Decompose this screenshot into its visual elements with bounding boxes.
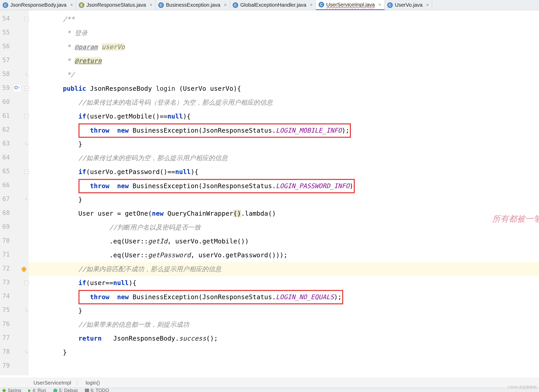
file-type-icon: C: [3, 2, 8, 8]
tab-label: GlobalExceptionHandler.java: [240, 2, 306, 8]
tool-debug[interactable]: 5: Debug: [53, 388, 78, 392]
code-line[interactable]: User user = getOne(new QueryChainWrapper…: [28, 207, 539, 221]
line-number: 58: [0, 70, 10, 78]
code-line[interactable]: //如果带来的信息都一致，则提示成功: [28, 318, 539, 332]
line-number: 71: [0, 251, 10, 258]
editor-tab[interactable]: EJsonResponseStatus.java×: [76, 0, 156, 10]
editor-gutter: 5455565758596061626364656667686970717273…: [0, 10, 28, 375]
code-line[interactable]: if(user==null){: [28, 276, 539, 290]
line-number: 62: [0, 126, 10, 133]
tab-label: UserServiceImpl.java: [326, 2, 375, 8]
editor-tab[interactable]: CGlobalExceptionHandler.java×: [230, 0, 316, 10]
line-number: 74: [0, 293, 10, 300]
file-type-icon: C: [158, 2, 164, 8]
editor-tab[interactable]: CJsonResponseBody.java×: [0, 0, 76, 10]
tool-run[interactable]: 4: Run: [28, 388, 46, 392]
file-type-icon: C: [233, 2, 238, 8]
code-line[interactable]: return JsonResponseBody.success();: [28, 332, 539, 345]
code-line[interactable]: public JsonResponseBody login (UserVo us…: [28, 82, 539, 96]
tool-spring[interactable]: Spring: [2, 388, 21, 392]
line-number: 67: [0, 195, 10, 203]
tool-todo[interactable]: 6: TODO: [85, 388, 109, 392]
line-number: 78: [0, 348, 10, 355]
code-area[interactable]: 所有都被一笔 /** * 登录 * @param userVo * @retur…: [28, 10, 539, 375]
line-number: 56: [0, 43, 10, 50]
code-line[interactable]: throw new BusinessException(JsonResponse…: [28, 123, 539, 137]
line-number: 65: [0, 168, 10, 175]
close-icon[interactable]: ×: [310, 2, 313, 8]
line-number: 59: [0, 84, 10, 92]
line-number: 73: [0, 279, 10, 286]
code-line[interactable]: throw new BusinessException(JsonResponse…: [28, 179, 539, 193]
line-number: 64: [0, 154, 10, 161]
line-number: 54: [0, 15, 10, 22]
code-editor[interactable]: 5455565758596061626364656667686970717273…: [0, 10, 539, 375]
code-line[interactable]: if(userVo.getPassword()==null){: [28, 165, 539, 179]
close-icon[interactable]: ×: [149, 2, 152, 8]
tab-label: JsonResponseBody.java: [10, 2, 67, 8]
code-line[interactable]: throw new BusinessException(JsonResponse…: [28, 290, 539, 304]
code-line[interactable]: //如果传过来的密码为空，那么提示用户相应的信息: [28, 151, 539, 165]
editor-tab-bar: CJsonResponseBody.java×EJsonResponseStat…: [0, 0, 539, 10]
fold-end-icon: [26, 142, 28, 144]
code-line[interactable]: //如果内容匹配不成功，那么提示用户相应的信息: [28, 262, 539, 276]
code-line[interactable]: /**: [28, 12, 539, 26]
bug-icon: [53, 389, 57, 392]
line-number: 79: [0, 362, 10, 369]
code-line[interactable]: //如果传过来的电话号码（登录名）为空，那么提示用户相应的信息: [28, 96, 539, 110]
editor-tab[interactable]: CBusinessException.java×: [156, 0, 230, 10]
editor-tab[interactable]: CUserVo.java×: [385, 0, 432, 10]
file-type-icon: E: [79, 2, 84, 8]
code-line[interactable]: .eq(User::getPassword, userVo.getPasswor…: [28, 248, 539, 262]
line-number: 66: [0, 181, 10, 189]
line-number: 77: [0, 334, 10, 341]
line-number: 57: [0, 57, 10, 64]
code-line[interactable]: }: [28, 137, 539, 151]
close-icon[interactable]: ×: [70, 2, 73, 8]
breadcrumb-method[interactable]: login(): [86, 380, 100, 386]
tool-label: 6: TODO: [91, 388, 109, 392]
tab-label: JsonResponseStatus.java: [86, 2, 146, 8]
close-icon[interactable]: ×: [378, 2, 381, 7]
code-line[interactable]: * @return: [28, 54, 539, 68]
fold-end-icon: [26, 197, 28, 200]
code-line[interactable]: }: [28, 193, 539, 207]
code-line[interactable]: */: [28, 68, 539, 82]
line-number: 63: [0, 140, 10, 147]
code-line[interactable]: }: [28, 304, 539, 318]
breadcrumb-class[interactable]: UserServiceImpl: [33, 380, 71, 386]
line-number: 55: [0, 29, 10, 36]
code-line[interactable]: * @param userVo: [28, 40, 539, 54]
code-line[interactable]: .eq(User::getId, userVo.getMobile()): [28, 234, 539, 248]
tool-label: 5: Debug: [59, 388, 78, 392]
tab-label: UserVo.java: [395, 2, 423, 8]
fold-end-icon: [26, 308, 28, 311]
close-icon[interactable]: ×: [224, 2, 227, 8]
line-number: 72: [0, 265, 10, 272]
file-type-icon: C: [319, 2, 324, 7]
line-number: 60: [0, 98, 10, 105]
line-number: 69: [0, 223, 10, 230]
tool-label: Spring: [8, 388, 21, 392]
checklist-icon: [85, 389, 89, 392]
breadcrumb[interactable]: UserServiceImpl 〉 login(): [0, 378, 539, 388]
code-line[interactable]: * 登录: [28, 26, 539, 40]
line-number: 76: [0, 320, 10, 327]
line-number: 70: [0, 237, 10, 244]
watermark-text: CSDN @是辉辉啦: [508, 385, 537, 390]
code-line[interactable]: //判断用户名以及密码是否一致: [28, 221, 539, 234]
tool-window-bar: Spring 4: Run 5: Debug 6: TODO: [0, 388, 539, 392]
chevron-right-icon: 〉: [76, 379, 81, 386]
intention-bulb-icon[interactable]: [21, 266, 27, 272]
leaf-icon: [2, 389, 6, 392]
fold-end-icon: [26, 350, 28, 353]
file-type-icon: C: [387, 2, 393, 8]
code-line[interactable]: if(userVo.getMobile()==null){: [28, 110, 539, 123]
override-icon[interactable]: O↑: [14, 85, 21, 92]
fold-end-icon: [26, 72, 28, 75]
editor-tab[interactable]: CUserServiceImpl.java×: [316, 0, 384, 10]
close-icon[interactable]: ×: [426, 2, 429, 8]
code-line[interactable]: }: [28, 345, 539, 359]
tab-label: BusinessException.java: [166, 2, 220, 8]
line-number: 75: [0, 306, 10, 314]
